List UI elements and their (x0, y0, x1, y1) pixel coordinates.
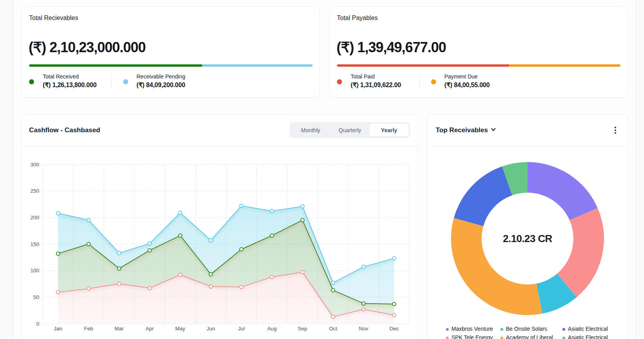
svg-text:Feb: Feb (84, 326, 93, 332)
svg-text:250: 250 (30, 188, 39, 194)
svg-text:Nov: Nov (359, 326, 368, 332)
svg-text:May: May (175, 326, 186, 332)
svg-text:Dec: Dec (389, 326, 399, 332)
svg-text:Jul: Jul (238, 326, 245, 332)
svg-text:200: 200 (30, 215, 39, 221)
svg-text:2.10.23 CR: 2.10.23 CR (503, 233, 552, 244)
svg-text:Mar: Mar (115, 326, 124, 332)
svg-text:0: 0 (36, 321, 39, 327)
svg-text:300: 300 (30, 162, 39, 168)
svg-text:Sep: Sep (298, 326, 307, 332)
svg-text:Oct: Oct (329, 326, 337, 332)
svg-text:Aug: Aug (267, 326, 277, 332)
svg-text:Jan: Jan (54, 326, 62, 332)
svg-text:Apr: Apr (146, 326, 154, 332)
svg-text:Jun: Jun (207, 326, 215, 332)
svg-text:50: 50 (33, 294, 39, 300)
svg-text:150: 150 (30, 241, 39, 247)
svg-text:100: 100 (30, 268, 39, 273)
